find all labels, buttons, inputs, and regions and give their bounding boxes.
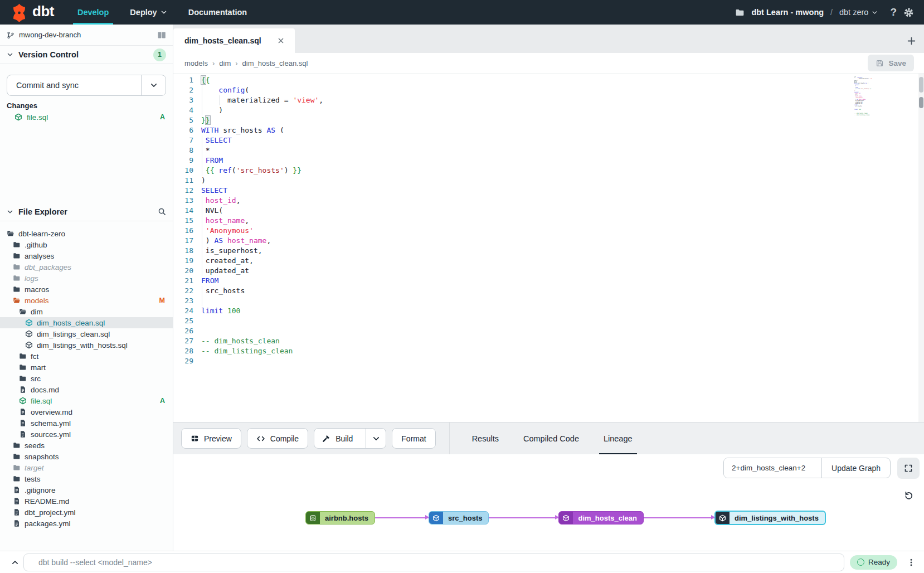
tree-item-dim-listings-clean-sql[interactable]: dim_listings_clean.sql: [0, 328, 173, 339]
toolbar-divider: [449, 423, 450, 455]
fullscreen-button[interactable]: [897, 458, 920, 479]
changes-count-badge: 1: [153, 48, 166, 61]
preview-button[interactable]: Preview: [181, 428, 241, 449]
environment-selector[interactable]: dbt zero: [839, 8, 878, 17]
gear-icon[interactable]: [903, 7, 914, 18]
tab-lineage-label: Lineage: [604, 434, 633, 443]
cube-icon: [25, 330, 33, 338]
tab-lineage[interactable]: Lineage: [591, 423, 645, 455]
compile-button[interactable]: Compile: [247, 428, 308, 449]
command-input[interactable]: dbt build --select <model_name>: [23, 553, 844, 571]
preview-button-label: Preview: [204, 434, 232, 443]
git-status-badge: A: [160, 397, 165, 405]
tree-item-label: seeds: [25, 441, 45, 450]
code-editor[interactable]: 1234567891011121314151617181920212223242…: [173, 74, 924, 422]
tree-item-models[interactable]: modelsM: [0, 295, 173, 306]
format-button-label: Format: [401, 434, 426, 443]
new-tab-button[interactable]: [898, 28, 924, 53]
split-view-icon[interactable]: [157, 31, 166, 40]
expand-command-bar-button[interactable]: [7, 559, 23, 566]
tree-item-sources-yml[interactable]: sources.yml: [0, 429, 173, 440]
build-options-dropdown[interactable]: [366, 429, 386, 448]
tree-item--github[interactable]: .github: [0, 239, 173, 250]
branch-name: mwong-dev-branch: [19, 31, 81, 39]
tree-item-logs[interactable]: logs: [0, 273, 173, 284]
tree-item-label: models: [25, 297, 49, 305]
cube-icon: [25, 319, 33, 327]
tree-item-macros[interactable]: macros: [0, 284, 173, 295]
nav-deploy[interactable]: Deploy: [130, 0, 167, 25]
file-explorer-header[interactable]: File Explorer: [0, 202, 173, 221]
tree-item-label: dim_hosts_clean.sql: [37, 319, 105, 327]
lineage-selector-input[interactable]: [724, 458, 822, 478]
editor-scrollbar[interactable]: [918, 74, 924, 422]
update-graph-button[interactable]: Update Graph: [822, 458, 890, 478]
commit-options-dropdown[interactable]: [141, 75, 166, 95]
nav-documentation[interactable]: Documentation: [188, 0, 247, 25]
branch-selector[interactable]: mwong-dev-branch: [0, 25, 173, 46]
version-control-header[interactable]: Version Control 1: [0, 46, 173, 64]
tree-item-dbt-packages[interactable]: dbt_packages: [0, 261, 173, 273]
tab-results[interactable]: Results: [460, 423, 511, 455]
close-icon[interactable]: [277, 37, 285, 45]
tree-item-dim-hosts-clean-sql[interactable]: dim_hosts_clean.sql: [0, 317, 173, 328]
cube-icon: [429, 512, 443, 524]
tree-item-fct[interactable]: fct: [0, 351, 173, 362]
tree-item-label: schema.yml: [31, 419, 71, 428]
format-button[interactable]: Format: [392, 428, 435, 449]
tree-item-src[interactable]: src: [0, 373, 173, 384]
lineage-node-dim-hosts-clean[interactable]: dim_hosts_clean: [558, 511, 644, 525]
tab-dim-hosts-clean[interactable]: dim_hosts_clean.sql: [173, 28, 295, 53]
tree-item-seeds[interactable]: seeds: [0, 440, 173, 451]
commit-and-sync-button[interactable]: Commit and sync: [7, 75, 166, 96]
lineage-node-label: dim_hosts_clean: [573, 512, 643, 524]
git-branch-icon: [7, 31, 14, 39]
help-icon[interactable]: [890, 6, 897, 18]
folder-icon: [13, 464, 21, 472]
dbt-logo[interactable]: dbt: [10, 3, 54, 22]
tree-item-tests[interactable]: tests: [0, 473, 173, 484]
tree-item-dim-listings-with-hosts-sql[interactable]: dim_listings_with_hosts.sql: [0, 339, 173, 351]
file-icon: [19, 408, 27, 416]
project-name[interactable]: dbt Learn - mwong: [751, 8, 824, 17]
scrollbar-thumb[interactable]: [919, 77, 923, 93]
tree-item-analyses[interactable]: analyses: [0, 250, 173, 261]
kebab-menu-icon[interactable]: [905, 558, 917, 567]
command-bar: dbt build --select <model_name> Ready: [0, 551, 924, 573]
grid-icon: [191, 434, 199, 443]
reset-graph-button[interactable]: [897, 484, 920, 506]
tree-item--gitignore[interactable]: .gitignore: [0, 484, 173, 496]
chevron-down-icon: [872, 9, 878, 16]
tree-item-overview-md[interactable]: overview.md: [0, 406, 173, 417]
tree-item-readme-md[interactable]: README.md: [0, 496, 173, 507]
tree-item-schema-yml[interactable]: schema.yml: [0, 417, 173, 429]
tree-item-snapshots[interactable]: snapshots: [0, 451, 173, 462]
lineage-node-dim-listings-with-hosts[interactable]: dim_listings_with_hosts: [714, 511, 826, 525]
code-content[interactable]: {{ config( materialized = 'view', )}}WIT…: [201, 75, 916, 366]
lineage-canvas[interactable]: Update Graph airbnb.hostssrc_hostsdim_ho…: [173, 454, 924, 551]
tree-item-label: .gitignore: [25, 486, 56, 494]
tab-compiled-code[interactable]: Compiled Code: [511, 423, 591, 455]
tree-item-mart[interactable]: mart: [0, 362, 173, 373]
build-button[interactable]: Build: [314, 428, 386, 449]
tree-item-docs-md[interactable]: docs.md: [0, 384, 173, 395]
tree-item-packages-yml[interactable]: packages.yml: [0, 518, 173, 529]
tree-item-label: dim_listings_clean.sql: [37, 330, 110, 338]
lineage-node-airbnb-hosts[interactable]: airbnb.hosts: [305, 511, 375, 525]
save-button[interactable]: Save: [868, 55, 914, 71]
tree-item-dim[interactable]: dim: [0, 306, 173, 317]
tree-item-dbt-project-yml[interactable]: dbt_project.yml: [0, 507, 173, 518]
tree-item-target[interactable]: target: [0, 462, 173, 473]
tab-title: dim_hosts_clean.sql: [184, 36, 261, 45]
file-icon: [19, 430, 27, 438]
changed-file-item[interactable]: file.sql A: [0, 111, 173, 123]
dbt-cloud-ide: dbt Develop Deploy Documentation dbt Lea…: [0, 0, 924, 573]
nav-develop[interactable]: Develop: [77, 0, 109, 25]
tree-item-file-sql[interactable]: file.sqlA: [0, 395, 173, 406]
tree-item-label: src: [31, 375, 41, 383]
search-icon[interactable]: [158, 207, 166, 216]
changes-section-label: Changes: [0, 101, 173, 111]
lineage-node-src-hosts[interactable]: src_hosts: [429, 511, 489, 525]
editor-gutter: 1234567891011121314151617181920212223242…: [173, 75, 201, 366]
tree-item-dbt-learn-zero[interactable]: dbt-learn-zero: [0, 228, 173, 239]
